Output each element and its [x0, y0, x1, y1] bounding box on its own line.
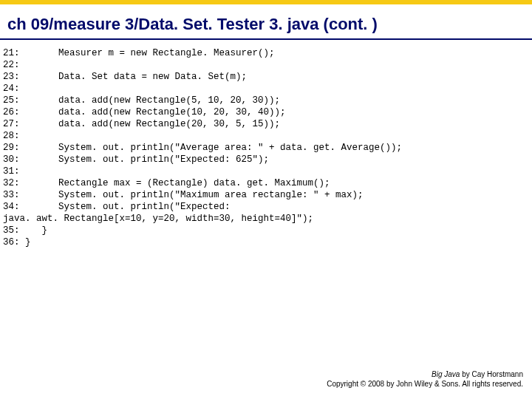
code-listing: 21: Measurer m = new Rectangle. Measurer… [0, 40, 532, 248]
footer: Big Java by Cay Horstmann Copyright © 20… [327, 369, 523, 389]
footer-line-1: Big Java by Cay Horstmann [327, 369, 523, 379]
book-byline: by Cay Horstmann [460, 370, 523, 378]
slide-header: ch 09/measure 3/Data. Set. Tester 3. jav… [0, 4, 532, 40]
page-title: ch 09/measure 3/Data. Set. Tester 3. jav… [7, 15, 525, 34]
footer-copyright: Copyright © 2008 by John Wiley & Sons. A… [327, 379, 523, 389]
book-title: Big Java [432, 370, 460, 378]
